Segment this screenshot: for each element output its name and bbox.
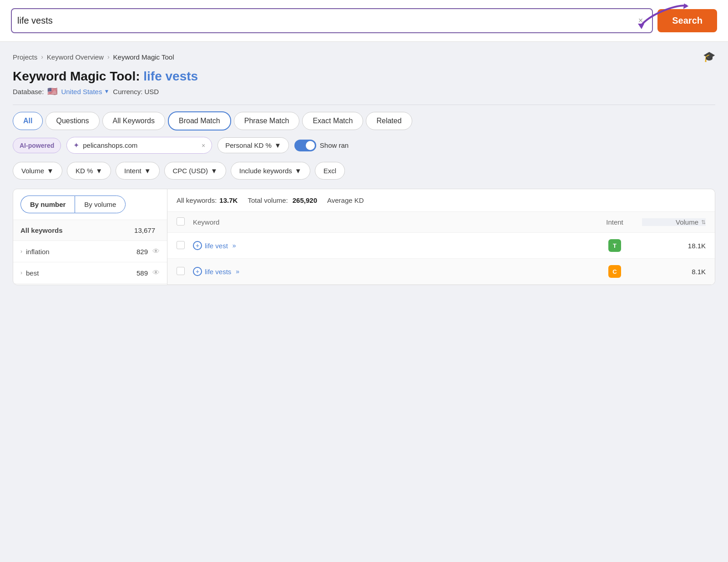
- keyword-link-1[interactable]: + life vest »: [193, 241, 587, 250]
- chevron-down-icon-include: ▼: [295, 167, 302, 175]
- intent-badge-T: T: [608, 239, 621, 252]
- personal-kd-dropdown[interactable]: Personal KD % ▼: [217, 137, 289, 153]
- select-all-checkbox-cell: [177, 217, 193, 227]
- intent-filter[interactable]: Intent ▼: [116, 162, 159, 180]
- keyword-arrow-1: »: [231, 242, 236, 249]
- currency-label: Currency: USD: [113, 88, 159, 95]
- breadcrumb-projects[interactable]: Projects: [13, 53, 37, 61]
- tabs-row: All Questions All Keywords Broad Match P…: [0, 111, 728, 130]
- intent-cell-2: C: [587, 265, 642, 278]
- search-input[interactable]: [17, 9, 635, 32]
- left-table-header: All keywords 13,677: [13, 220, 167, 241]
- main-content: By number By volume All keywords 13,677 …: [0, 189, 728, 285]
- spacer: Total volume:: [248, 196, 288, 204]
- left-panel-inner: All keywords 13,677 › inflation 829 👁 › …: [13, 220, 167, 284]
- row-label-inflation: inflation: [26, 248, 136, 256]
- volume-cell-1: 18.1K: [642, 242, 706, 250]
- chevron-down-icon-intent: ▼: [144, 167, 151, 175]
- show-rank-toggle[interactable]: [294, 140, 316, 151]
- right-panel: All keywords: 13.7K Total volume: 265,92…: [167, 189, 715, 285]
- all-keywords-label: All keywords: [20, 226, 134, 234]
- chevron-down-icon-cpc: ▼: [211, 167, 217, 175]
- keyword-cell-1: + life vest »: [193, 241, 587, 250]
- tab-all[interactable]: All: [13, 112, 43, 130]
- row-count-best: 589: [136, 269, 148, 277]
- all-keywords-label: All keywords:: [177, 196, 217, 204]
- database-country-selector[interactable]: United States ▼: [61, 88, 109, 95]
- include-keywords-filter[interactable]: Include keywords ▼: [231, 162, 310, 180]
- left-panel: By number By volume All keywords 13,677 …: [13, 189, 167, 285]
- row-count-inflation: 829: [136, 248, 148, 256]
- section-divider: [13, 105, 715, 105]
- page-subtitle: Database: 🇺🇸 United States ▼ Currency: U…: [13, 86, 715, 96]
- all-keywords-count: 13,677: [134, 226, 155, 234]
- volume-cell-2: 8.1K: [642, 268, 706, 276]
- volume-col-header[interactable]: Volume ⇅: [642, 218, 706, 226]
- all-keywords-value: 13.7K: [219, 196, 238, 204]
- tab-all-keywords[interactable]: All Keywords: [102, 112, 165, 130]
- search-button[interactable]: Search: [657, 9, 717, 32]
- add-keyword-button-1[interactable]: +: [193, 241, 202, 250]
- expand-icon-inflation[interactable]: ›: [20, 248, 22, 255]
- breadcrumb: Projects › Keyword Overview › Keyword Ma…: [0, 42, 728, 66]
- domain-clear-button[interactable]: ×: [202, 142, 205, 149]
- personal-kd-label: Personal KD %: [225, 141, 272, 149]
- add-keyword-button-2[interactable]: +: [193, 267, 202, 276]
- kd-filter[interactable]: KD % ▼: [67, 162, 111, 180]
- search-bar: × Search: [0, 0, 728, 42]
- row-checkbox-2[interactable]: [177, 267, 185, 275]
- row-checkbox-cell-2: [177, 267, 193, 276]
- eye-icon-best[interactable]: 👁: [152, 269, 160, 277]
- table-row: + life vests » C 8.1K: [167, 259, 715, 285]
- filter-row: AI-powered ✦ × Personal KD % ▼ Show ran: [0, 130, 728, 160]
- cpc-filter[interactable]: CPC (USD) ▼: [164, 162, 226, 180]
- chevron-down-icon: ▼: [104, 88, 109, 95]
- search-clear-button[interactable]: ×: [635, 14, 647, 27]
- database-label: Database:: [13, 88, 44, 95]
- intent-badge-C: C: [608, 265, 621, 278]
- total-volume-value: 265,920: [293, 196, 317, 204]
- breadcrumb-keyword-overview[interactable]: Keyword Overview: [47, 53, 104, 61]
- breadcrumb-current: Keyword Magic Tool: [113, 53, 174, 61]
- search-input-wrapper: ×: [11, 8, 653, 33]
- row-label-best: best: [26, 269, 136, 277]
- expand-icon-best[interactable]: ›: [20, 270, 22, 276]
- tab-phrase-match[interactable]: Phrase Match: [234, 112, 300, 130]
- right-panel-header: All keywords: 13.7K Total volume: 265,92…: [167, 189, 715, 212]
- chevron-down-icon-kd: ▼: [274, 141, 281, 149]
- domain-input-wrapper: ✦ ×: [66, 137, 212, 154]
- keyword-col-header: Keyword: [193, 218, 587, 226]
- tab-exact-match[interactable]: Exact Match: [302, 112, 363, 130]
- show-rank-label: Show ran: [320, 141, 349, 149]
- show-rank-toggle-wrapper: Show ran: [294, 140, 349, 151]
- table-row: + life vest » T 18.1K: [167, 233, 715, 259]
- page-title-keyword: life vests: [143, 69, 198, 83]
- by-number-button[interactable]: By number: [20, 196, 75, 213]
- list-item: › inflation 829 👁: [13, 241, 167, 262]
- graduation-cap-icon: 🎓: [703, 51, 715, 63]
- intent-col-header: Intent: [587, 218, 642, 226]
- flag-icon: 🇺🇸: [47, 86, 57, 96]
- eye-icon-inflation[interactable]: 👁: [152, 247, 160, 256]
- intent-cell-1: T: [587, 239, 642, 252]
- tab-related[interactable]: Related: [366, 112, 412, 130]
- row-checkbox-cell-1: [177, 241, 193, 251]
- volume-filter[interactable]: Volume ▼: [13, 162, 62, 180]
- by-volume-button[interactable]: By volume: [75, 196, 126, 213]
- page-title-prefix: Keyword Magic Tool:: [13, 69, 140, 83]
- select-all-checkbox[interactable]: [177, 217, 185, 226]
- keyword-link-2[interactable]: + life vests »: [193, 267, 587, 276]
- sort-icon: ⇅: [701, 219, 706, 226]
- table-header: Keyword Intent Volume ⇅: [167, 212, 715, 233]
- breadcrumb-sep-2: ›: [107, 53, 110, 60]
- chevron-down-icon-kd2: ▼: [96, 167, 102, 175]
- row-checkbox-1[interactable]: [177, 241, 185, 249]
- exclude-keywords-filter[interactable]: Excl: [315, 162, 345, 180]
- filter-dropdowns-row: Volume ▼ KD % ▼ Intent ▼ CPC (USD) ▼ Inc…: [0, 160, 728, 186]
- domain-input[interactable]: [83, 141, 198, 149]
- ai-powered-badge: AI-powered: [13, 138, 61, 153]
- avg-kd-label: Average KD: [327, 196, 364, 204]
- tab-broad-match[interactable]: Broad Match: [168, 111, 231, 130]
- tab-questions[interactable]: Questions: [46, 112, 99, 130]
- list-item: › best 589 👁: [13, 262, 167, 284]
